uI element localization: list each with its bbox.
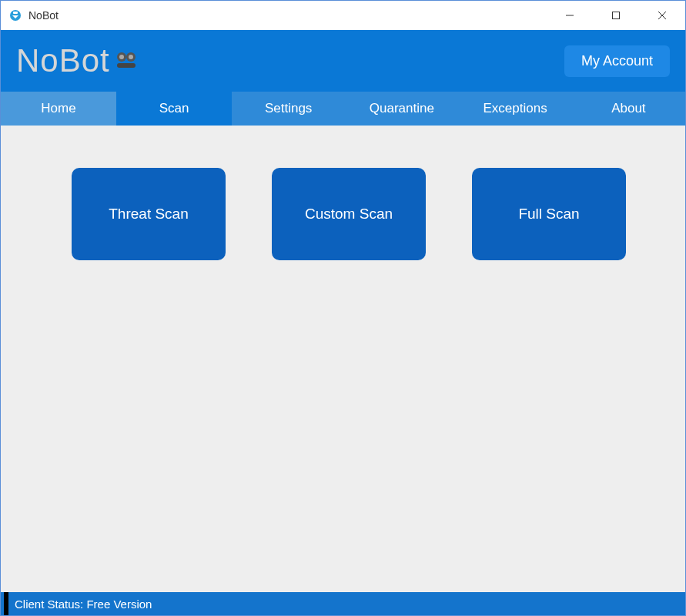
nav-settings[interactable]: Settings bbox=[232, 92, 345, 126]
minimize-button[interactable] bbox=[547, 1, 593, 30]
app-icon bbox=[8, 8, 22, 22]
full-scan-button[interactable]: Full Scan bbox=[472, 168, 626, 260]
content-area: Threat Scan Custom Scan Full Scan bbox=[1, 126, 685, 592]
nav-scan[interactable]: Scan bbox=[116, 92, 232, 126]
logo-text: NoBot bbox=[16, 42, 110, 79]
svg-rect-10 bbox=[117, 63, 136, 68]
nav-label: Scan bbox=[159, 101, 189, 116]
nav-label: Quarantine bbox=[370, 101, 434, 116]
nav-label: Settings bbox=[265, 101, 312, 116]
status-bar: Client Status: Free Version bbox=[1, 592, 685, 615]
status-text: Client Status: Free Version bbox=[15, 598, 152, 611]
window-title: NoBot bbox=[28, 9, 547, 22]
svg-point-9 bbox=[129, 55, 133, 59]
app-window: NoBot NoBot bbox=[0, 0, 686, 616]
maximize-button[interactable] bbox=[593, 1, 639, 30]
threat-scan-button[interactable]: Threat Scan bbox=[72, 168, 226, 260]
nav-exceptions[interactable]: Exceptions bbox=[459, 92, 572, 126]
my-account-button[interactable]: My Account bbox=[564, 45, 670, 77]
nav-home[interactable]: Home bbox=[1, 92, 116, 126]
custom-scan-button[interactable]: Custom Scan bbox=[272, 168, 426, 260]
logo: NoBot bbox=[16, 42, 139, 79]
svg-rect-3 bbox=[613, 12, 620, 19]
svg-point-8 bbox=[119, 55, 124, 59]
nav-quarantine[interactable]: Quarantine bbox=[345, 92, 458, 126]
titlebar: NoBot bbox=[1, 1, 685, 30]
status-accent bbox=[4, 592, 8, 615]
window-controls bbox=[547, 1, 685, 30]
svg-rect-1 bbox=[13, 12, 18, 14]
close-button[interactable] bbox=[639, 1, 685, 30]
nav-label: Exceptions bbox=[484, 101, 547, 116]
nav-label: Home bbox=[41, 101, 75, 116]
logo-mascot-icon bbox=[113, 46, 139, 75]
nav-label: About bbox=[611, 101, 645, 116]
navbar: Home Scan Settings Quarantine Exceptions… bbox=[1, 92, 685, 126]
nav-about[interactable]: About bbox=[572, 92, 685, 126]
app-header: NoBot My Account bbox=[1, 30, 685, 92]
